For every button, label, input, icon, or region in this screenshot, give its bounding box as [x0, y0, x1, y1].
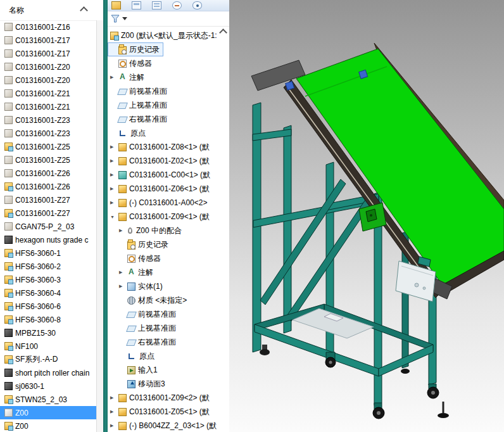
tree-item[interactable]: ▶实体(1)	[108, 279, 229, 293]
list-item-label: C01316001-Z26	[15, 169, 70, 178]
tree-item[interactable]: ▶注解	[108, 70, 229, 84]
list-item[interactable]: HFS6-3060-3	[0, 273, 97, 286]
list-item[interactable]: HFS6-3060-4	[0, 286, 97, 300]
list-item[interactable]: C01316001-Z21	[0, 100, 97, 113]
tree-item[interactable]: ▶C01316001-C00<1> (默	[108, 168, 229, 182]
expand-arrow-icon[interactable]: ▶	[110, 423, 118, 428]
list-item[interactable]: short pitch roller chain	[0, 366, 97, 379]
list-item[interactable]: C01316001-Z23	[0, 113, 97, 127]
filter-dropdown-arrow-icon[interactable]	[122, 17, 127, 20]
tree-item[interactable]: 原点	[108, 349, 229, 363]
panel-splitter[interactable]	[103, 0, 108, 432]
list-item[interactable]: HFS6-3060-8	[0, 313, 97, 326]
tree-item[interactable]: 前视基准面	[108, 307, 229, 321]
tree-item[interactable]: ▶(-) B6004ZZ_2_03<1> (默	[108, 419, 229, 432]
list-item[interactable]: C01316001-Z25	[0, 140, 97, 153]
list-item[interactable]: CGAN75-P_2_03	[0, 220, 97, 233]
tree-item[interactable]: ▶C01316001-Z02<1> (默	[108, 154, 229, 168]
tree-item[interactable]: 前视基准面	[108, 84, 229, 98]
list-item[interactable]: C01316001-Z26	[0, 180, 97, 193]
tree-item[interactable]: ▶Z00 中的配合	[108, 224, 229, 238]
list-item-label: Z00	[15, 422, 28, 431]
list-item[interactable]: C01316001-Z27	[0, 206, 97, 220]
expand-arrow-icon[interactable]: ▶	[110, 200, 118, 205]
part-gray-icon	[4, 169, 13, 177]
foot-stem	[262, 345, 267, 350]
list-item[interactable]: HFS6-3060-2	[0, 260, 97, 273]
expand-arrow-icon[interactable]: ▶	[110, 186, 118, 191]
list-item[interactable]: C01316001-Z20	[0, 73, 97, 87]
tree-item-label: 注解	[129, 72, 144, 83]
expand-arrow-icon[interactable]: ▶	[119, 228, 127, 233]
featuremanager-filter-bar	[108, 11, 229, 27]
expand-arrow-icon[interactable]: ▶	[110, 144, 118, 149]
asm-gold-icon	[4, 355, 13, 364]
dimxpertmanager-icon[interactable]	[172, 1, 182, 10]
tree-item[interactable]: 移动面3	[108, 377, 229, 391]
list-item[interactable]: C01316001-Z21	[0, 87, 97, 100]
list-item[interactable]: MPBZ15-30	[0, 326, 97, 340]
list-item[interactable]: C01316001-Z26	[0, 167, 97, 180]
list-item[interactable]: sj0630-1	[0, 379, 97, 393]
tree-item[interactable]: 上视基准面	[108, 98, 229, 112]
tree-item[interactable]: 历史记录	[108, 238, 229, 251]
list-item[interactable]: C01316001-Z20	[0, 60, 97, 73]
list-item[interactable]: HFS6-3060-1	[0, 246, 97, 260]
list-item[interactable]: Z00	[0, 419, 97, 432]
displaymanager-icon[interactable]	[192, 1, 202, 10]
material-icon	[127, 296, 135, 305]
tree-item[interactable]: 传感器	[108, 56, 229, 70]
expand-arrow-icon[interactable]: ▶	[110, 409, 118, 414]
expand-arrow-icon[interactable]: ▶	[110, 172, 118, 177]
plane-icon	[126, 312, 137, 318]
list-item[interactable]: hexagon nuts grade c	[0, 233, 97, 246]
list-item[interactable]: C01316001-Z16	[0, 20, 97, 34]
leveling-foot	[260, 349, 270, 355]
tree-item[interactable]: ▶C01316001-Z09<2> (默	[108, 391, 229, 405]
tree-item[interactable]: ▶注解	[108, 265, 229, 279]
mates-icon	[128, 227, 132, 234]
tree-item[interactable]: 历史记录	[108, 42, 163, 56]
list-item[interactable]: C01316001-Z17	[0, 34, 97, 47]
expand-arrow-icon[interactable]: ▶	[110, 395, 118, 400]
collapse-up-icon[interactable]	[80, 6, 88, 15]
3d-viewport[interactable]	[229, 0, 504, 432]
tree-item[interactable]: 右视基准面	[108, 335, 229, 349]
list-item[interactable]: C01316001-Z17	[0, 47, 97, 60]
tree-item[interactable]: 传感器	[108, 251, 229, 265]
tree-item[interactable]: ▶C01316001-Z08<1> (默	[108, 140, 229, 154]
list-item[interactable]: SF系列.-A-D	[0, 353, 97, 366]
tree-item[interactable]: ▶C01316001-Z05<1> (默	[108, 405, 229, 419]
configurationmanager-icon[interactable]	[152, 1, 161, 10]
tree-item[interactable]: ▶C01316001-Z06<1> (默	[108, 182, 229, 196]
featuremanager-icon[interactable]	[111, 1, 121, 10]
expand-arrow-icon[interactable]: ▼	[110, 215, 118, 219]
tree-item[interactable]: 上视基准面	[108, 321, 229, 335]
list-item[interactable]: C01316001-Z25	[0, 153, 97, 167]
part-dark-icon	[4, 369, 13, 377]
asm-gold-icon	[4, 262, 13, 270]
tree-item[interactable]: 原点	[108, 126, 229, 140]
expand-arrow-icon[interactable]: ▶	[110, 75, 118, 80]
tree-item[interactable]: 右视基准面	[108, 112, 229, 126]
propertymanager-icon[interactable]	[132, 1, 141, 10]
list-item[interactable]: HFS6-3060-6	[0, 300, 97, 313]
expand-arrow-icon[interactable]: ▶	[110, 158, 118, 163]
tree-item[interactable]: 材质 <未指定>	[108, 293, 229, 307]
expand-arrow-icon[interactable]: ▶	[119, 284, 127, 289]
list-item[interactable]: Z00	[0, 406, 97, 419]
tree-item[interactable]: 输入1	[108, 363, 229, 377]
list-item[interactable]: NF100	[0, 340, 97, 353]
part-gold-icon	[118, 213, 127, 221]
filter-funnel-icon[interactable]	[111, 15, 120, 23]
part-gold-icon	[118, 408, 127, 416]
tree-item[interactable]: ▶(-) C01316001-A00<2>	[108, 196, 229, 210]
tree-item[interactable]: ▼C01316001-Z09<1> (默	[108, 210, 229, 224]
list-item[interactable]: C01316001-Z27	[0, 193, 97, 206]
parts-list-scrollbar[interactable]	[96, 20, 103, 432]
tree-item[interactable]: Z00 (默认<默认_显示状态-1:	[108, 29, 229, 42]
expand-arrow-icon[interactable]: ▶	[119, 270, 127, 275]
motor-knob	[370, 214, 372, 217]
list-item[interactable]: C01316001-Z23	[0, 127, 97, 140]
list-item[interactable]: STWN25_2_03	[0, 393, 97, 406]
